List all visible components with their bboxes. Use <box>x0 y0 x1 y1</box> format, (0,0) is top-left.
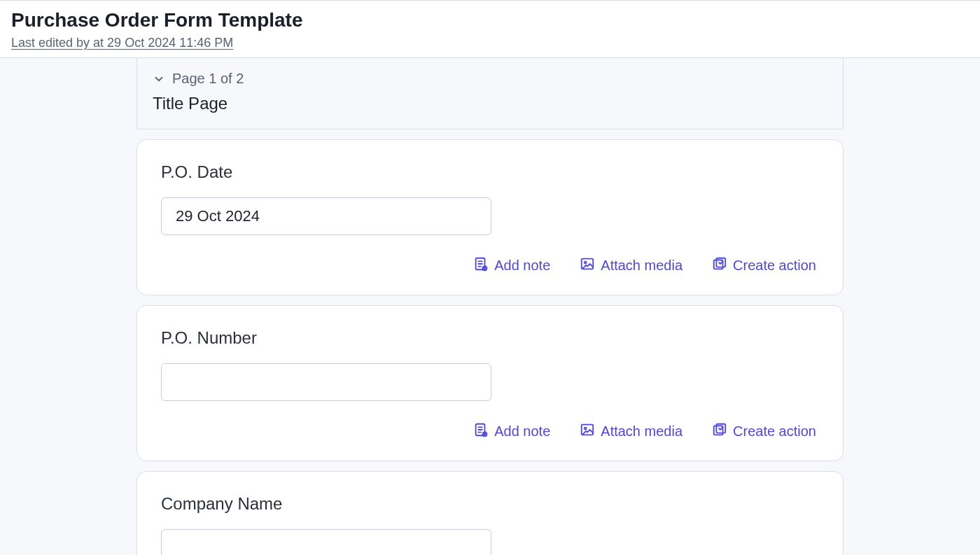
page-indicator-label: Page 1 of 2 <box>172 71 244 87</box>
field-card-company-name: Company Name <box>136 471 844 555</box>
field-card-po-number: P.O. Number Add note Attach media <box>136 305 844 461</box>
attach-media-button[interactable]: Attach media <box>577 255 685 276</box>
last-edited-suffix: at 29 Oct 2024 11:46 PM <box>93 36 233 50</box>
page-indicator-row[interactable]: Page 1 of 2 <box>153 71 827 87</box>
svg-point-19 <box>584 428 587 430</box>
checkbox-icon <box>712 422 727 441</box>
document-header: Purchase Order Form Template Last edited… <box>0 0 980 58</box>
attach-media-label: Attach media <box>601 258 682 274</box>
chevron-down-icon <box>153 73 165 85</box>
note-icon <box>473 256 489 275</box>
attach-media-button[interactable]: Attach media <box>577 421 685 442</box>
add-note-button[interactable]: Add note <box>470 255 553 276</box>
page-subtitle: Title Page <box>153 94 827 113</box>
card-actions: Add note Attach media Create action <box>161 421 819 442</box>
add-note-label: Add note <box>494 423 550 440</box>
note-icon <box>473 422 489 441</box>
last-edited-prefix: Last edited by <box>11 36 93 50</box>
page-header-block: Page 1 of 2 Title Page <box>136 58 844 129</box>
create-action-label: Create action <box>733 423 816 440</box>
image-icon <box>580 256 595 275</box>
create-action-label: Create action <box>733 258 816 274</box>
form-content: Page 1 of 2 Title Page P.O. Date Add not… <box>136 58 844 555</box>
document-title: Purchase Order Form Template <box>11 9 969 31</box>
last-edited-link[interactable]: Last edited by at 29 Oct 2024 11:46 PM <box>11 36 233 50</box>
add-note-label: Add note <box>494 258 550 274</box>
checkbox-icon <box>712 256 727 275</box>
company-name-input[interactable] <box>161 529 491 555</box>
po-date-input[interactable] <box>161 197 491 235</box>
po-number-input[interactable] <box>161 363 491 401</box>
field-label: P.O. Number <box>161 328 819 348</box>
field-card-po-date: P.O. Date Add note Attach media <box>136 139 844 295</box>
create-action-button[interactable]: Create action <box>709 255 819 276</box>
attach-media-label: Attach media <box>601 423 682 440</box>
field-label: P.O. Date <box>161 162 819 182</box>
add-note-button[interactable]: Add note <box>470 421 553 442</box>
create-action-button[interactable]: Create action <box>709 421 819 442</box>
card-actions: Add note Attach media Create action <box>161 255 819 276</box>
image-icon <box>580 422 595 441</box>
field-label: Company Name <box>161 494 819 514</box>
svg-point-8 <box>584 262 587 264</box>
